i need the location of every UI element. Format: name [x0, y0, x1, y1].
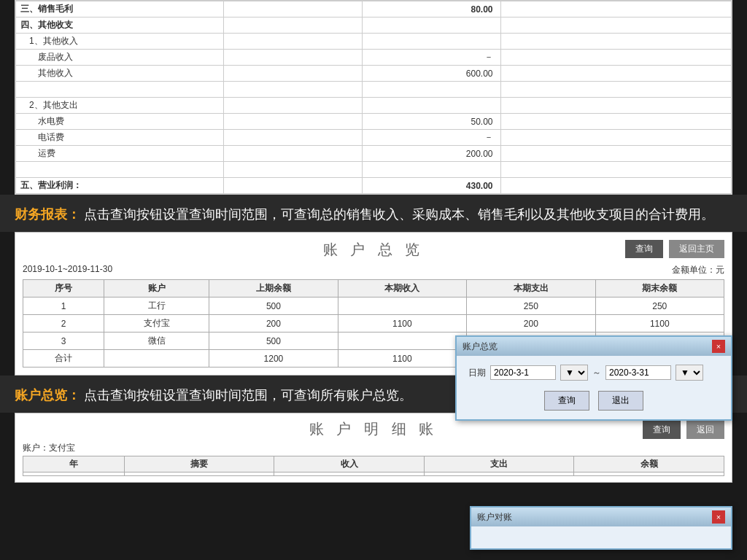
fin-row-col2: [223, 114, 362, 130]
account-value: 支付宝: [49, 443, 75, 453]
dialog-title-bar-2: 账户对账 ×: [471, 508, 731, 526]
dialog-close-btn-2[interactable]: ×: [712, 510, 725, 524]
fin-row-col4: [500, 18, 731, 34]
dialog-tilde-1: ～: [592, 367, 601, 379]
desc-text-2: 点击查询按钮设置查询时间范围，可查询所有账户总览。: [80, 388, 412, 402]
seq-cell: 1: [23, 298, 104, 315]
dialog-title-bar-1: 账户总览 ×: [457, 337, 731, 356]
dialog-date-row-1: 日期 ▼ ～ ▼: [468, 365, 719, 381]
detail-th: 余额: [574, 456, 724, 472]
end-balance-cell: 1100: [595, 315, 724, 332]
end-balance-cell: 250: [595, 298, 724, 315]
dialog-title-2: 账户对账: [477, 511, 512, 524]
seq-cell: 3: [23, 332, 104, 350]
table-row: 2 支付宝 200 1100 200 1100: [23, 315, 724, 332]
expense-cell: [424, 472, 574, 476]
return-button-2[interactable]: 返回: [686, 421, 724, 439]
fin-row-col2: [223, 34, 362, 50]
desc-section-1: 财务报表： 点击查询按钮设置查询时间范围，可查询总的销售收入、采购成本、销售毛利…: [0, 195, 747, 232]
income-cell: [338, 298, 466, 315]
fin-row-label: 1、其他收入: [16, 34, 224, 50]
fin-row-col2: [223, 130, 362, 146]
fin-row-label: 四、其他收支: [16, 18, 224, 34]
detail-th: 摘要: [124, 456, 274, 472]
detail-th: 收入: [274, 456, 425, 472]
dialog-body-2: [471, 526, 731, 548]
fin-row-col3: 200.00: [362, 146, 500, 162]
dialog-account-overview: 账户总览 × 日期 ▼ ～ ▼ 查询 退出: [455, 335, 732, 421]
income-cell: 1100: [338, 350, 466, 368]
account-overview-th: 账户: [104, 280, 209, 298]
account-date-row: 2019-10-1~2019-11-30 金额单位：元: [23, 264, 724, 276]
account-overview-th: 本期支出: [467, 280, 595, 298]
fin-row-col4: [500, 178, 731, 194]
fin-row-col2: [223, 66, 362, 82]
account-overview-th: 序号: [23, 280, 104, 298]
fin-row-label: [16, 82, 224, 98]
fin-row-col4: [500, 82, 731, 98]
fin-row-label: 运费: [16, 146, 224, 162]
year-cell: [23, 472, 125, 476]
fin-row-label: 三、销售毛利: [16, 1, 224, 18]
query-button-2[interactable]: 查询: [643, 421, 681, 439]
top-table-section: 三、销售毛利 80.00 四、其他收支 1、其他收入 废品收入 － 其他收入 6…: [15, 0, 732, 195]
fin-row-col4: [500, 162, 731, 178]
table-row: 1 工行 500 250 250: [23, 298, 724, 315]
fin-row-col3: 600.00: [362, 66, 500, 82]
account-cell: 支付宝: [104, 315, 209, 332]
dialog-date-from-dropdown-1[interactable]: ▼: [560, 365, 588, 381]
account-label: 账户：: [23, 443, 49, 453]
detail-table: 年摘要收入支出余额: [23, 456, 724, 476]
account-date-range: 2019-10-1~2019-11-30: [23, 264, 112, 276]
fin-row-label: 五、营业利润：: [16, 178, 224, 194]
fin-row-col3: 430.00: [362, 178, 500, 194]
dialog-query-btn-1[interactable]: 查询: [544, 391, 589, 411]
dialog-exit-btn-1[interactable]: 退出: [598, 391, 643, 411]
income-cell: [338, 332, 466, 350]
dialog-btn-row-1: 查询 退出: [468, 391, 719, 411]
fin-row-col4: [500, 50, 731, 66]
fin-row-col2: [223, 1, 362, 18]
fin-row-col4: [500, 146, 731, 162]
expense-cell: 250: [467, 298, 595, 315]
desc-label-1: 财务报表：: [15, 207, 80, 222]
account-overview-th: 本期收入: [338, 280, 466, 298]
account-overview-th: 上期余额: [209, 280, 338, 298]
return-main-button[interactable]: 返回主页: [669, 240, 724, 258]
fin-row-label: 水电费: [16, 114, 224, 130]
dialog-date-label-1: 日期: [468, 367, 486, 379]
balance-cell: [574, 472, 724, 476]
dialog-date-from-1[interactable]: [490, 365, 556, 380]
detail-btn-row: 查询 返回: [643, 421, 724, 439]
account-overview-btn-row: 查询 返回主页: [625, 240, 724, 258]
fin-row-col3: [362, 82, 500, 98]
desc-label-2: 账户总览：: [15, 388, 80, 402]
query-button-1[interactable]: 查询: [625, 240, 663, 258]
fin-row-col2: [223, 178, 362, 194]
dialog-account-detail: 账户对账 ×: [470, 506, 732, 550]
fin-row-col4: [500, 66, 731, 82]
summary-cell: [124, 472, 274, 476]
account-cell: 微信: [104, 332, 209, 350]
fin-row-col3: 80.00: [362, 1, 500, 18]
account-info-row: 账户：支付宝: [23, 442, 724, 454]
fin-row-col2: [223, 98, 362, 114]
account-cell: 工行: [104, 298, 209, 315]
seq-cell: 合计: [23, 350, 104, 368]
prev-balance-cell: 500: [209, 332, 338, 350]
account-amount-unit: 金额单位：元: [672, 264, 724, 276]
dialog-date-to-dropdown-1[interactable]: ▼: [676, 365, 703, 381]
financial-table: 三、销售毛利 80.00 四、其他收支 1、其他收入 废品收入 － 其他收入 6…: [15, 1, 732, 194]
fin-row-col4: [500, 1, 731, 18]
fin-row-col4: [500, 98, 731, 114]
fin-row-col3: [362, 162, 500, 178]
fin-row-col2: [223, 50, 362, 66]
account-overview-title: 账 户 总 览: [23, 240, 724, 260]
account-overview-th: 期末余额: [595, 280, 724, 298]
dialog-close-btn-1[interactable]: ×: [712, 340, 725, 353]
fin-row-col3: －: [362, 130, 500, 146]
expense-cell: 200: [467, 315, 595, 332]
dialog-date-to-1[interactable]: [605, 365, 671, 380]
fin-row-col2: [223, 146, 362, 162]
detail-th: 年: [23, 456, 125, 472]
